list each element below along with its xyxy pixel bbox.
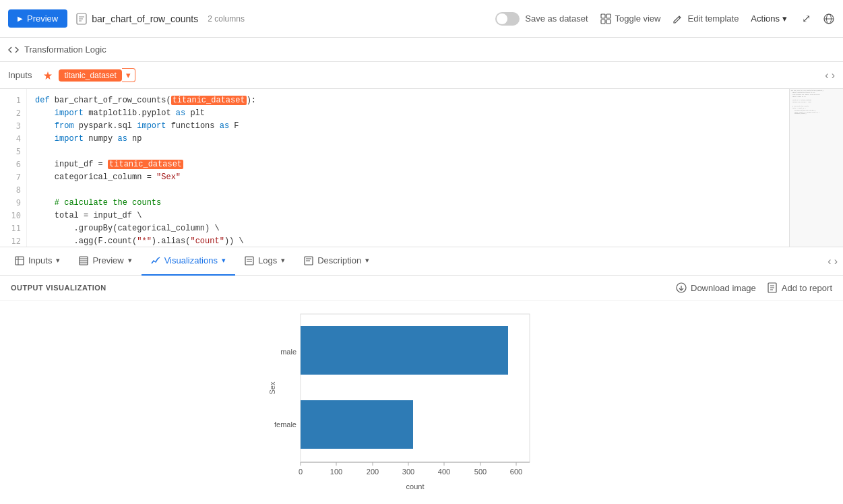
preview-tab-icon xyxy=(79,256,88,265)
svg-text:200: 200 xyxy=(366,468,378,476)
code-editor: 12345 678910 111213 def bar_chart_of_row… xyxy=(0,89,843,247)
viz-header: OUTPUT VISUALIZATION Download image Add … xyxy=(0,276,843,301)
svg-text:300: 300 xyxy=(402,468,414,476)
actions-button[interactable]: Actions ▾ xyxy=(751,13,787,24)
tab-nav-next[interactable]: › xyxy=(834,255,838,267)
transform-bar: Transformation Logic xyxy=(0,38,843,62)
file-info: bar_chart_of_row_counts xyxy=(75,13,198,25)
tab-logs-dropdown[interactable]: ▾ xyxy=(281,256,285,265)
tab-preview-label: Preview xyxy=(92,255,123,265)
globe-icon[interactable] xyxy=(823,13,835,25)
line-numbers: 12345 678910 111213 xyxy=(0,89,27,247)
description-tab-icon xyxy=(304,256,313,265)
svg-text:500: 500 xyxy=(474,468,486,476)
dataset-tag[interactable]: titanic_dataset xyxy=(59,69,121,82)
download-image-button[interactable]: Download image xyxy=(676,282,756,293)
svg-text:0: 0 xyxy=(298,468,302,476)
nav-prev-button[interactable]: ‹ xyxy=(825,69,828,82)
svg-text:female: female xyxy=(274,420,296,429)
tab-preview-dropdown[interactable]: ▾ xyxy=(128,256,132,265)
tab-nav-prev[interactable]: ‹ xyxy=(828,255,831,267)
preview-label: Preview xyxy=(27,13,58,24)
save-dataset-label: Save as dataset xyxy=(525,13,588,24)
bar-chart: Sex male female 0 100 200 300 xyxy=(260,307,584,499)
main-toolbar: ▶ Preview bar_chart_of_row_counts 2 colu… xyxy=(0,0,843,38)
toggle-view-label: Toggle view xyxy=(615,13,661,24)
code-minimap: def bar_chart_of_row_counts(titanic_data… xyxy=(789,89,843,247)
svg-rect-13 xyxy=(15,257,24,265)
svg-rect-6 xyxy=(601,20,605,24)
download-icon xyxy=(676,282,687,293)
svg-rect-4 xyxy=(601,14,605,18)
svg-text:male: male xyxy=(280,348,296,356)
output-viz-title: OUTPUT VISUALIZATION xyxy=(11,284,106,292)
chart-container: Sex male female 0 100 200 300 xyxy=(260,307,584,501)
tab-inputs-label: Inputs xyxy=(28,255,52,265)
actions-label: Actions xyxy=(751,13,780,24)
tab-logs-label: Logs xyxy=(258,255,277,265)
bar-female xyxy=(301,400,413,449)
tab-description-dropdown[interactable]: ▾ xyxy=(365,256,369,265)
tab-nav-arrows: ‹ › xyxy=(828,255,838,267)
inputs-label: Inputs xyxy=(8,70,32,80)
nav-next-button[interactable]: › xyxy=(832,69,835,82)
tab-description-label: Description xyxy=(317,255,361,265)
viz-tab-icon xyxy=(151,256,160,265)
toolbar-right: Save as dataset Toggle view Edit templat… xyxy=(495,12,835,26)
edit-template-label: Edit template xyxy=(687,13,739,24)
expand-button[interactable]: ⤢ xyxy=(802,12,811,25)
svg-marker-12 xyxy=(44,71,52,80)
svg-rect-7 xyxy=(606,20,611,24)
add-report-label: Add to report xyxy=(782,283,832,293)
tab-bar: Inputs ▾ Preview ▾ Visualizations ▾ Logs… xyxy=(0,247,843,276)
columns-badge: 2 columns xyxy=(208,14,245,24)
svg-text:400: 400 xyxy=(437,468,449,476)
svg-rect-20 xyxy=(245,257,253,265)
actions-chevron-icon: ▾ xyxy=(782,13,787,24)
add-to-report-button[interactable]: Add to report xyxy=(767,282,832,293)
add-report-icon xyxy=(767,282,778,293)
inputs-bar: Inputs titanic_dataset ▾ ‹ › xyxy=(0,62,843,89)
toggle-switch[interactable] xyxy=(495,12,520,26)
toggle-view-icon xyxy=(600,13,611,24)
file-title: bar_chart_of_row_counts xyxy=(92,13,198,24)
viz-actions: Download image Add to report xyxy=(676,282,832,293)
dataset-name: titanic_dataset xyxy=(64,71,116,80)
transform-label: Transformation Logic xyxy=(24,44,106,55)
preview-button[interactable]: ▶ Preview xyxy=(8,9,67,28)
tab-inputs-dropdown[interactable]: ▾ xyxy=(56,256,60,265)
logs-tab-icon xyxy=(245,256,254,265)
tab-visualizations[interactable]: Visualizations ▾ xyxy=(142,247,235,276)
nav-arrows: ‹ › xyxy=(825,69,835,82)
toggle-view-button[interactable]: Toggle view xyxy=(600,13,661,24)
tab-visualizations-label: Visualizations xyxy=(164,255,218,265)
tab-preview[interactable]: Preview ▾ xyxy=(69,247,141,276)
svg-text:600: 600 xyxy=(509,468,522,476)
edit-template-button[interactable]: Edit template xyxy=(673,13,739,24)
play-icon: ▶ xyxy=(18,15,23,22)
download-label: Download image xyxy=(691,283,756,293)
code-content[interactable]: def bar_chart_of_row_counts(titanic_data… xyxy=(27,89,789,247)
tab-logs[interactable]: Logs ▾ xyxy=(235,247,294,276)
file-code-icon xyxy=(75,13,88,25)
star-icon xyxy=(42,70,53,81)
tab-inputs[interactable]: Inputs ▾ xyxy=(5,247,69,276)
tab-description[interactable]: Description ▾ xyxy=(294,247,379,276)
svg-text:100: 100 xyxy=(330,468,342,476)
code-icon xyxy=(8,44,19,55)
inputs-tab-icon xyxy=(15,256,24,265)
svg-text:count: count xyxy=(406,482,424,491)
svg-text:Sex: Sex xyxy=(268,381,276,394)
dataset-dropdown-button[interactable]: ▾ xyxy=(122,68,135,82)
tab-viz-dropdown[interactable]: ▾ xyxy=(222,256,226,265)
bar-male xyxy=(301,326,508,375)
edit-icon xyxy=(673,13,683,24)
svg-rect-5 xyxy=(606,14,611,18)
save-dataset-toggle[interactable]: Save as dataset xyxy=(495,12,588,26)
chart-area: Sex male female 0 100 200 300 xyxy=(0,301,843,499)
dataset-tag-wrap[interactable]: titanic_dataset ▾ xyxy=(59,68,135,82)
